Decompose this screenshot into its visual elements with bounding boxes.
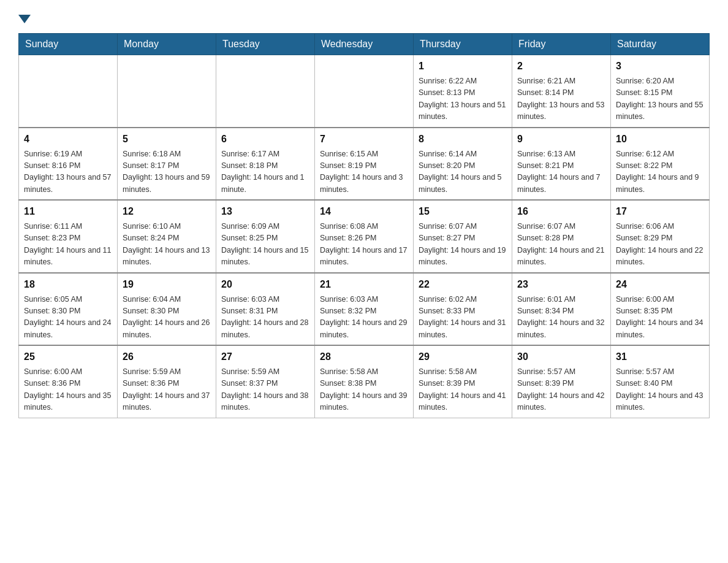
week-row-5: 25Sunrise: 6:00 AMSunset: 8:36 PMDayligh…: [19, 345, 710, 418]
day-info: Sunrise: 5:58 AMSunset: 8:38 PMDaylight:…: [320, 366, 408, 414]
calendar-cell: 3Sunrise: 6:20 AMSunset: 8:15 PMDaylight…: [611, 55, 710, 128]
day-number: 23: [517, 277, 605, 292]
week-row-3: 11Sunrise: 6:11 AMSunset: 8:23 PMDayligh…: [19, 200, 710, 273]
day-number: 16: [517, 204, 605, 219]
day-number: 12: [123, 204, 211, 219]
logo: [18, 12, 31, 23]
day-header-monday: Monday: [118, 34, 216, 55]
day-number: 5: [123, 132, 211, 147]
day-number: 14: [320, 204, 408, 219]
day-number: 6: [221, 132, 309, 147]
day-info: Sunrise: 6:20 AMSunset: 8:15 PMDaylight:…: [616, 75, 704, 123]
day-number: 9: [517, 132, 605, 147]
day-number: 7: [320, 132, 408, 147]
calendar-cell: 9Sunrise: 6:13 AMSunset: 8:21 PMDaylight…: [512, 128, 611, 201]
day-info: Sunrise: 6:01 AMSunset: 8:34 PMDaylight:…: [517, 294, 605, 342]
calendar-cell: 22Sunrise: 6:02 AMSunset: 8:33 PMDayligh…: [414, 273, 512, 346]
calendar-cell: [216, 55, 315, 128]
day-info: Sunrise: 5:57 AMSunset: 8:39 PMDaylight:…: [517, 366, 605, 414]
day-info: Sunrise: 6:08 AMSunset: 8:26 PMDaylight:…: [320, 221, 408, 269]
day-header-thursday: Thursday: [414, 34, 512, 55]
calendar-cell: [118, 55, 216, 128]
calendar-cell: 15Sunrise: 6:07 AMSunset: 8:27 PMDayligh…: [414, 200, 512, 273]
day-info: Sunrise: 6:18 AMSunset: 8:17 PMDaylight:…: [123, 148, 211, 196]
calendar-cell: 23Sunrise: 6:01 AMSunset: 8:34 PMDayligh…: [512, 273, 611, 346]
day-number: 1: [419, 59, 507, 74]
day-number: 10: [616, 132, 704, 147]
calendar-cell: 5Sunrise: 6:18 AMSunset: 8:17 PMDaylight…: [118, 128, 216, 201]
day-info: Sunrise: 6:03 AMSunset: 8:32 PMDaylight:…: [320, 294, 408, 342]
calendar-cell: 7Sunrise: 6:15 AMSunset: 8:19 PMDaylight…: [315, 128, 414, 201]
calendar-cell: 8Sunrise: 6:14 AMSunset: 8:20 PMDaylight…: [414, 128, 512, 201]
day-info: Sunrise: 6:00 AMSunset: 8:35 PMDaylight:…: [616, 294, 704, 342]
calendar-cell: 24Sunrise: 6:00 AMSunset: 8:35 PMDayligh…: [611, 273, 710, 346]
day-header-wednesday: Wednesday: [315, 34, 414, 55]
calendar-cell: 14Sunrise: 6:08 AMSunset: 8:26 PMDayligh…: [315, 200, 414, 273]
day-info: Sunrise: 6:04 AMSunset: 8:30 PMDaylight:…: [123, 294, 211, 342]
day-info: Sunrise: 6:07 AMSunset: 8:28 PMDaylight:…: [517, 221, 605, 269]
day-header-tuesday: Tuesday: [216, 34, 315, 55]
day-info: Sunrise: 5:57 AMSunset: 8:40 PMDaylight:…: [616, 366, 704, 414]
day-number: 21: [320, 277, 408, 292]
day-number: 20: [221, 277, 309, 292]
calendar-cell: 30Sunrise: 5:57 AMSunset: 8:39 PMDayligh…: [512, 345, 611, 418]
calendar-cell: 1Sunrise: 6:22 AMSunset: 8:13 PMDaylight…: [414, 55, 512, 128]
calendar-cell: 20Sunrise: 6:03 AMSunset: 8:31 PMDayligh…: [216, 273, 315, 346]
day-number: 15: [419, 204, 507, 219]
day-number: 8: [419, 132, 507, 147]
day-info: Sunrise: 6:17 AMSunset: 8:18 PMDaylight:…: [221, 148, 309, 196]
day-number: 2: [517, 59, 605, 74]
day-number: 31: [616, 350, 704, 364]
calendar-cell: 25Sunrise: 6:00 AMSunset: 8:36 PMDayligh…: [19, 345, 118, 418]
day-info: Sunrise: 6:14 AMSunset: 8:20 PMDaylight:…: [419, 148, 507, 196]
calendar-cell: 13Sunrise: 6:09 AMSunset: 8:25 PMDayligh…: [216, 200, 315, 273]
calendar-cell: 19Sunrise: 6:04 AMSunset: 8:30 PMDayligh…: [118, 273, 216, 346]
day-info: Sunrise: 5:59 AMSunset: 8:37 PMDaylight:…: [221, 366, 309, 414]
day-number: 27: [221, 350, 309, 364]
day-number: 24: [616, 277, 704, 292]
day-number: 13: [221, 204, 309, 219]
calendar-cell: 2Sunrise: 6:21 AMSunset: 8:14 PMDaylight…: [512, 55, 611, 128]
day-info: Sunrise: 5:59 AMSunset: 8:36 PMDaylight:…: [123, 366, 211, 414]
calendar-cell: 31Sunrise: 5:57 AMSunset: 8:40 PMDayligh…: [611, 345, 710, 418]
calendar-cell: 29Sunrise: 5:58 AMSunset: 8:39 PMDayligh…: [414, 345, 512, 418]
day-info: Sunrise: 6:07 AMSunset: 8:27 PMDaylight:…: [419, 221, 507, 269]
calendar-cell: 16Sunrise: 6:07 AMSunset: 8:28 PMDayligh…: [512, 200, 611, 273]
day-info: Sunrise: 6:09 AMSunset: 8:25 PMDaylight:…: [221, 221, 309, 269]
day-number: 25: [24, 350, 112, 364]
day-header-friday: Friday: [512, 34, 611, 55]
calendar-cell: [315, 55, 414, 128]
week-row-4: 18Sunrise: 6:05 AMSunset: 8:30 PMDayligh…: [19, 273, 710, 346]
calendar-cell: 10Sunrise: 6:12 AMSunset: 8:22 PMDayligh…: [611, 128, 710, 201]
day-info: Sunrise: 6:02 AMSunset: 8:33 PMDaylight:…: [419, 294, 507, 342]
day-info: Sunrise: 6:11 AMSunset: 8:23 PMDaylight:…: [24, 221, 112, 269]
calendar-cell: 12Sunrise: 6:10 AMSunset: 8:24 PMDayligh…: [118, 200, 216, 273]
day-info: Sunrise: 6:06 AMSunset: 8:29 PMDaylight:…: [616, 221, 704, 269]
day-number: 22: [419, 277, 507, 292]
calendar-cell: 17Sunrise: 6:06 AMSunset: 8:29 PMDayligh…: [611, 200, 710, 273]
calendar-cell: 6Sunrise: 6:17 AMSunset: 8:18 PMDaylight…: [216, 128, 315, 201]
calendar-cell: 28Sunrise: 5:58 AMSunset: 8:38 PMDayligh…: [315, 345, 414, 418]
day-number: 18: [24, 277, 112, 292]
calendar-cell: [19, 55, 118, 128]
calendar-cell: 27Sunrise: 5:59 AMSunset: 8:37 PMDayligh…: [216, 345, 315, 418]
day-number: 19: [123, 277, 211, 292]
calendar-cell: 26Sunrise: 5:59 AMSunset: 8:36 PMDayligh…: [118, 345, 216, 418]
calendar-cell: 4Sunrise: 6:19 AMSunset: 8:16 PMDaylight…: [19, 128, 118, 201]
days-header-row: SundayMondayTuesdayWednesdayThursdayFrid…: [19, 34, 710, 55]
week-row-2: 4Sunrise: 6:19 AMSunset: 8:16 PMDaylight…: [19, 128, 710, 201]
day-number: 3: [616, 59, 704, 74]
calendar-cell: 11Sunrise: 6:11 AMSunset: 8:23 PMDayligh…: [19, 200, 118, 273]
page-header: [18, 12, 710, 23]
day-info: Sunrise: 6:00 AMSunset: 8:36 PMDaylight:…: [24, 366, 112, 414]
calendar-cell: 18Sunrise: 6:05 AMSunset: 8:30 PMDayligh…: [19, 273, 118, 346]
week-row-1: 1Sunrise: 6:22 AMSunset: 8:13 PMDaylight…: [19, 55, 710, 128]
day-info: Sunrise: 6:12 AMSunset: 8:22 PMDaylight:…: [616, 148, 704, 196]
day-info: Sunrise: 6:13 AMSunset: 8:21 PMDaylight:…: [517, 148, 605, 196]
day-info: Sunrise: 6:03 AMSunset: 8:31 PMDaylight:…: [221, 294, 309, 342]
day-number: 29: [419, 350, 507, 364]
logo-triangle-icon: [18, 15, 31, 23]
day-header-saturday: Saturday: [611, 34, 710, 55]
day-header-sunday: Sunday: [19, 34, 118, 55]
day-info: Sunrise: 6:10 AMSunset: 8:24 PMDaylight:…: [123, 221, 211, 269]
